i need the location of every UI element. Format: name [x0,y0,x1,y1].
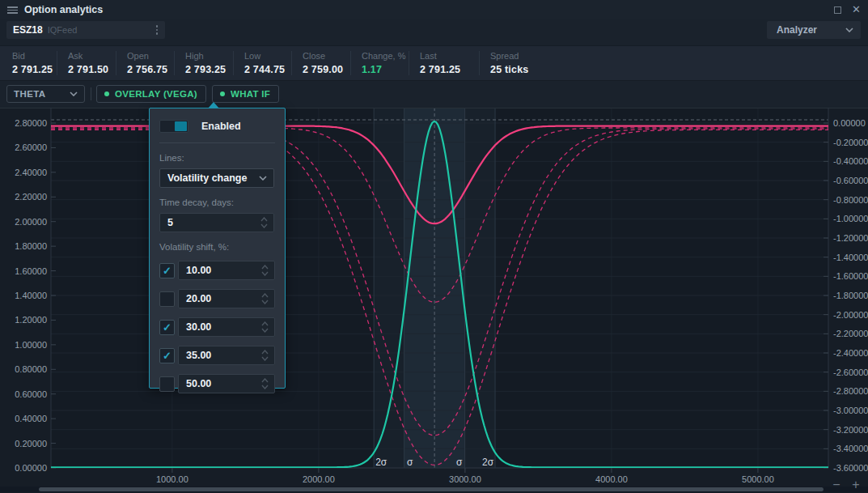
menu-icon[interactable] [7,6,18,14]
vol-shift-row: ✓30.00 [159,317,275,337]
option-analytics-window: Option analytics ✕ ESZ18 IQFeed Analyzer… [0,0,868,493]
overlay-vega-toggle-button[interactable]: OVERLAY (VEGA) [96,85,206,103]
greek-select[interactable]: THETA [6,85,85,103]
vol-shift-checkbox[interactable]: ✓ [159,348,175,363]
right-axis-label: -1.40000 [833,253,868,262]
quote-field-close: Close2 759.00 [291,51,350,75]
left-axis-label: 0.40000 [15,414,47,423]
sigma-marker-label: 2σ [482,457,494,468]
vol-shift-row: ✓50.00 [159,374,275,393]
vol-shift-checkbox[interactable]: ✓ [159,263,175,278]
toggle-knob [175,121,187,131]
feed-text: IQFeed [48,25,78,35]
spinner-arrows-icon[interactable] [261,265,269,276]
symbol-text: ESZ18 [13,24,43,36]
right-axis-label: -2.60000 [833,368,868,377]
x-axis-label: 4000.00 [595,474,628,484]
vol-shift-input[interactable]: 10.00 [178,261,275,280]
quote-value: 2 791.50 [68,64,116,75]
vol-shift-row: ✓20.00 [159,289,275,308]
left-axis-label: 0.20000 [15,439,47,448]
spinner-arrows-icon[interactable] [260,217,268,228]
right-axis-label: -2.80000 [833,386,868,396]
spinner-arrows-icon[interactable] [261,378,269,389]
spinner-arrows-icon[interactable] [261,321,269,333]
quote-field-last: Last2 791.25 [409,51,479,75]
left-axis-label: 2.00000 [15,217,47,227]
time-decay-input[interactable]: 5 [159,213,274,232]
right-axis-label: -1.80000 [833,291,868,300]
x-axis-label: 3000.00 [449,474,481,484]
vol-shift-checkbox[interactable]: ✓ [159,291,175,307]
lines-select[interactable]: Volatility change [159,168,274,188]
title-bar: Option analytics ✕ [0,0,868,19]
vol-shift-checkbox[interactable]: ✓ [159,376,175,392]
right-axis-label: -3.60000 [833,463,868,473]
vol-shift-row: ✓35.00 [159,346,275,365]
time-decay-value: 5 [167,217,173,228]
lines-select-value: Volatility change [167,172,247,184]
left-axis-label: 2.20000 [15,192,47,202]
right-axis-label: -2.00000 [833,310,868,320]
quote-value: 2 744.75 [244,64,291,75]
x-axis-label: 2000.00 [303,474,335,484]
what-if-panel: Enabled Lines: Volatility change Time de… [149,108,286,389]
symbol-input[interactable]: ESZ18 IQFeed [6,21,165,39]
x-axis-label: 5000.00 [742,474,774,484]
sigma-marker-label: σ [407,457,413,468]
popup-divider [159,142,275,143]
horizontal-scrollbar-thumb[interactable] [39,487,824,491]
quote-label: Bid [12,51,57,61]
quote-field-spread: Spread25 ticks [479,51,562,75]
x-axis-label: 1000.00 [156,474,188,484]
quote-field-low: Low2 744.75 [233,51,291,75]
maximize-icon[interactable] [834,6,841,14]
quote-label: Open [127,51,174,61]
spinner-arrows-icon[interactable] [261,350,269,361]
vol-shift-input[interactable]: 20.00 [178,289,275,308]
vol-shift-value: 50.00 [186,378,211,389]
quote-value: 2 759.00 [303,64,350,75]
chevron-down-icon [259,176,267,181]
quote-label: Close [303,51,350,61]
zoom-out-button[interactable]: − [828,478,845,493]
window-title: Option analytics [24,4,103,15]
chart-toolbar: THETA OVERLAY (VEGA) WHAT IF [0,84,868,104]
quote-value: 25 ticks [490,64,562,75]
right-axis-label: -2.20000 [833,329,868,338]
left-axis-label: 2.80000 [15,118,47,128]
close-icon[interactable]: ✕ [852,3,861,15]
right-axis-label: -1.60000 [833,271,868,281]
enabled-toggle[interactable] [159,120,188,133]
vol-shift-input[interactable]: 35.00 [178,346,275,365]
analyzer-select[interactable]: Analyzer [767,21,861,39]
vol-shift-input[interactable]: 30.00 [178,317,275,337]
greek-select-label: THETA [14,89,45,99]
time-decay-label: Time decay, days: [159,198,275,207]
quote-label: Last [420,51,479,61]
quote-field-high: High2 793.25 [174,51,233,75]
zoom-in-button[interactable]: + [848,478,864,493]
chevron-down-icon [70,91,78,96]
vol-shift-value: 35.00 [186,350,211,361]
left-axis-label: 0.80000 [15,364,47,374]
right-axis-label: -1.00000 [833,214,868,223]
horizontal-scrollbar-track[interactable] [0,487,868,492]
quote-field-ask: Ask2 791.50 [57,51,116,75]
right-axis-label: -3.00000 [833,406,868,415]
spinner-arrows-icon[interactable] [261,293,269,304]
enabled-label: Enabled [201,121,241,132]
sigma-marker-label: σ [456,457,463,468]
left-axis-label: 1.40000 [15,291,47,300]
vol-shift-input[interactable]: 50.00 [178,374,275,393]
quote-value: 2 756.75 [127,64,174,75]
right-axis-label: -0.40000 [833,156,868,166]
greeks-chart: 2.800002.600002.400002.200002.000001.800… [0,108,868,493]
vol-shift-checkbox[interactable]: ✓ [159,320,175,335]
quote-bar: Bid2 791.25Ask2 791.50Open2 756.75High2 … [0,45,868,81]
kebab-menu-icon[interactable] [156,25,159,35]
overlay-active-dot-icon [104,91,109,96]
quote-value: 2 791.25 [420,64,479,75]
what-if-toggle-button[interactable]: WHAT IF [212,85,279,103]
quote-field-open: Open2 756.75 [116,51,174,75]
